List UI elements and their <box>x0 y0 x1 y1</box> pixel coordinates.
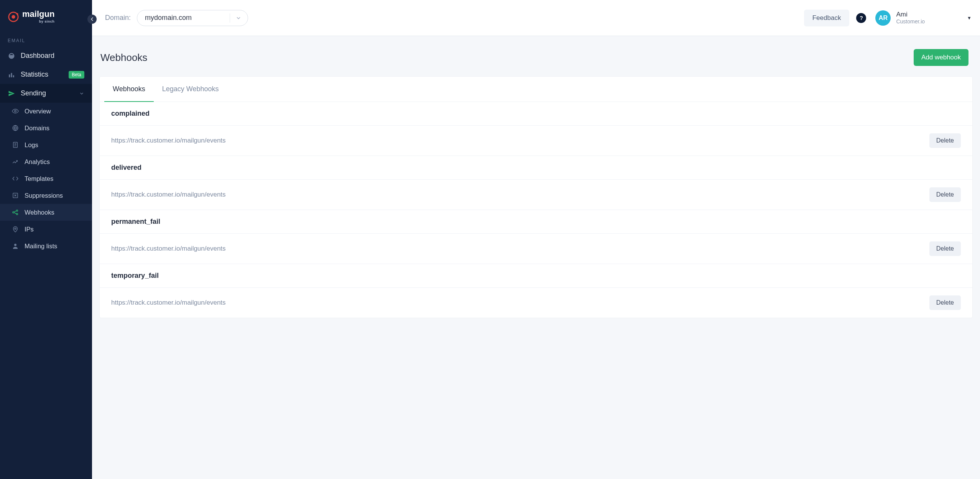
sidebar: mailgun by sinch EMAIL Dashboard Statist… <box>0 0 92 479</box>
chevron-down-icon <box>230 13 244 23</box>
nav-label: Dashboard <box>21 52 54 60</box>
collapse-sidebar-button[interactable] <box>87 15 97 24</box>
svg-point-14 <box>14 244 16 246</box>
question-icon: ? <box>860 15 863 21</box>
webhook-row: https://track.customer.io/mailgun/events… <box>100 126 972 156</box>
sidebar-section-label: EMAIL <box>0 31 92 46</box>
document-icon <box>12 141 19 149</box>
webhook-url: https://track.customer.io/mailgun/events <box>111 245 226 253</box>
sidebar-item-logs[interactable]: Logs <box>0 136 92 153</box>
beta-badge: Beta <box>69 71 84 79</box>
nav-label: Suppressions <box>25 192 63 199</box>
svg-point-2 <box>16 13 18 15</box>
sidebar-item-domains[interactable]: Domains <box>0 120 92 136</box>
sidebar-item-mailing-lists[interactable]: Mailing lists <box>0 238 92 254</box>
delete-button[interactable]: Delete <box>929 133 961 148</box>
logo-text: mailgun <box>22 10 54 18</box>
svg-point-11 <box>16 210 18 212</box>
nav-label: Overview <box>25 108 51 115</box>
svg-point-13 <box>15 228 16 230</box>
webhook-section: permanent_failhttps://track.customer.io/… <box>100 210 972 264</box>
domain-select[interactable]: mydomain.com <box>137 10 248 26</box>
webhook-section: temporary_failhttps://track.customer.io/… <box>100 264 972 318</box>
topbar: Domain: mydomain.com Feedback ? AR Ami C… <box>92 0 980 36</box>
user-org: Customer.io <box>896 18 925 25</box>
sidebar-item-analytics[interactable]: Analytics <box>0 153 92 170</box>
delete-button[interactable]: Delete <box>929 295 961 310</box>
trend-icon <box>12 158 19 166</box>
svg-point-10 <box>13 212 14 213</box>
sidebar-item-sending[interactable]: Sending <box>0 84 92 103</box>
webhook-section: deliveredhttps://track.customer.io/mailg… <box>100 156 972 210</box>
add-webhook-button[interactable]: Add webhook <box>914 49 968 66</box>
webhook-section-header: temporary_fail <box>100 264 972 288</box>
webhook-row: https://track.customer.io/mailgun/events… <box>100 288 972 318</box>
sidebar-item-overview[interactable]: Overview <box>0 103 92 120</box>
caret-down-icon: ▼ <box>967 15 972 21</box>
svg-point-6 <box>15 110 16 112</box>
webhooks-body: complainedhttps://track.customer.io/mail… <box>100 102 972 318</box>
webhook-section: complainedhttps://track.customer.io/mail… <box>100 102 972 156</box>
avatar: AR <box>875 10 891 26</box>
nav-label: Mailing lists <box>25 243 57 250</box>
chevron-left-icon <box>90 17 94 21</box>
bar-chart-icon <box>8 71 15 79</box>
svg-rect-4 <box>11 73 12 77</box>
nav-label: IPs <box>25 226 34 233</box>
sidebar-item-ips[interactable]: IPs <box>0 221 92 238</box>
sidebar-item-statistics[interactable]: Statistics Beta <box>0 65 92 84</box>
dashboard-icon <box>8 52 15 60</box>
person-icon <box>12 242 19 250</box>
tabs: Webhooks Legacy Webhooks <box>100 77 972 102</box>
code-icon <box>12 175 19 182</box>
nav-label: Logs <box>25 141 38 149</box>
svg-rect-3 <box>9 74 10 77</box>
send-icon <box>8 90 15 97</box>
tab-webhooks[interactable]: Webhooks <box>104 77 154 102</box>
svg-point-12 <box>16 213 18 215</box>
webhook-url: https://track.customer.io/mailgun/events <box>111 137 226 144</box>
share-icon <box>12 208 19 216</box>
webhook-section-header: permanent_fail <box>100 210 972 234</box>
webhooks-card: Webhooks Legacy Webhooks complainedhttps… <box>100 77 972 318</box>
pin-icon <box>12 225 19 233</box>
tab-legacy-webhooks[interactable]: Legacy Webhooks <box>154 77 227 102</box>
nav-label: Sending <box>21 89 46 97</box>
webhook-section-header: delivered <box>100 156 972 180</box>
close-box-icon <box>12 192 19 199</box>
nav-label: Statistics <box>21 71 48 79</box>
webhook-row: https://track.customer.io/mailgun/events… <box>100 180 972 210</box>
domain-select-value: mydomain.com <box>145 14 192 22</box>
sidebar-item-suppressions[interactable]: Suppressions <box>0 187 92 204</box>
page-title: Webhooks <box>100 52 147 64</box>
help-button[interactable]: ? <box>856 13 866 23</box>
user-name: Ami <box>896 10 925 18</box>
logo[interactable]: mailgun by sinch <box>0 7 92 31</box>
webhook-section-header: complained <box>100 102 972 126</box>
user-menu[interactable]: AR Ami Customer.io ▼ <box>875 10 972 26</box>
svg-rect-5 <box>13 75 14 77</box>
logo-icon <box>8 11 19 23</box>
webhook-url: https://track.customer.io/mailgun/events <box>111 299 226 307</box>
nav-label: Domains <box>25 125 49 132</box>
feedback-button[interactable]: Feedback <box>804 10 850 26</box>
sidebar-item-dashboard[interactable]: Dashboard <box>0 46 92 65</box>
webhook-row: https://track.customer.io/mailgun/events… <box>100 234 972 264</box>
delete-button[interactable]: Delete <box>929 187 961 202</box>
eye-icon <box>12 107 19 115</box>
globe-icon <box>12 124 19 132</box>
delete-button[interactable]: Delete <box>929 241 961 256</box>
logo-byline: by sinch <box>39 20 55 23</box>
sidebar-item-templates[interactable]: Templates <box>0 170 92 187</box>
svg-point-1 <box>12 15 15 18</box>
webhook-url: https://track.customer.io/mailgun/events <box>111 191 226 198</box>
main: Domain: mydomain.com Feedback ? AR Ami C… <box>92 0 980 479</box>
nav-label: Analytics <box>25 158 50 166</box>
sidebar-item-webhooks[interactable]: Webhooks <box>0 204 92 221</box>
chevron-down-icon <box>79 91 84 96</box>
page-header: Webhooks Add webhook <box>92 36 980 77</box>
nav-label: Templates <box>25 175 53 182</box>
nav-label: Webhooks <box>25 209 54 216</box>
domain-label: Domain: <box>105 14 131 22</box>
